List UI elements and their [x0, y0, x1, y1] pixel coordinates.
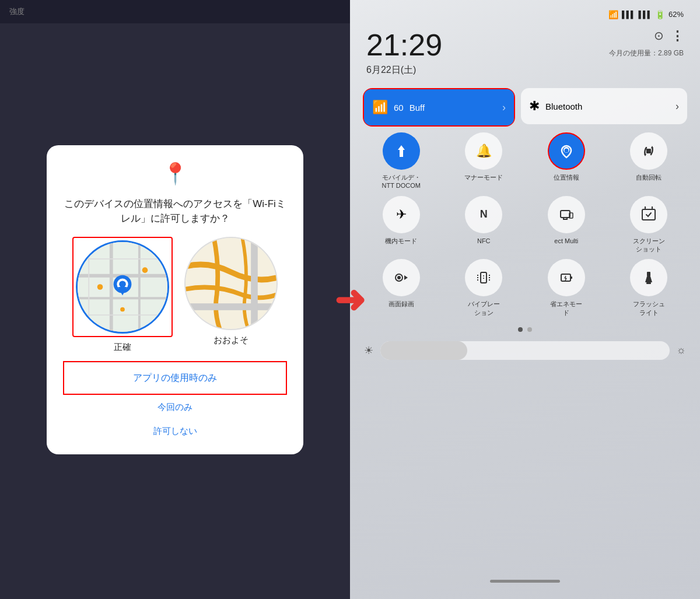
vibration-label: バイブレーション: [468, 300, 500, 317]
bottom-indicator: [362, 580, 688, 587]
left-panel: 強度 📍 このデバイスの位置情報へのアクセスを「Wi-Fiミレル」に許可しますか…: [0, 0, 350, 599]
brightness-slider[interactable]: [380, 341, 670, 360]
mobile-data-label: モバイルデ・NTT DOCOM: [382, 173, 421, 190]
clock-action-icons: ⊙ ⋮: [654, 29, 684, 44]
usage-label: 今月の使用量：2.89 GB: [609, 48, 684, 58]
wifi-tile-signal: 60: [394, 103, 404, 113]
brightness-fill: [380, 341, 467, 360]
manner-mode-label: マナーモード: [464, 173, 503, 181]
brightness-auto-icon[interactable]: ☼: [677, 344, 687, 356]
screenshot-icon: [630, 196, 667, 233]
accurate-label: 正確: [114, 342, 131, 353]
wifi-tile[interactable]: 📶 60 Buff ›: [364, 89, 514, 125]
wifi-status-icon: 📶: [608, 10, 618, 19]
status-icons: 📶 ▌▌▌ ▌▌▌ 🔋 62%: [608, 10, 684, 19]
location-icon: 📍: [162, 162, 188, 186]
approximate-label: おおよそ: [214, 335, 249, 346]
mobile-data-icon: [383, 132, 420, 170]
only-this-time-button[interactable]: 今回のみ: [152, 396, 198, 419]
wifi-tile-chevron: ›: [502, 101, 506, 114]
dot-2: [527, 327, 532, 332]
allow-while-using-button[interactable]: アプリの使用時のみ: [64, 362, 286, 394]
screenshot-tile[interactable]: スクリーンショット: [611, 196, 688, 254]
svg-rect-26: [642, 209, 655, 220]
flashlight-label: フラッシュライト: [633, 300, 665, 317]
accurate-map-circle: [76, 240, 169, 334]
dialog-title: このデバイスの位置情報へのアクセスを「Wi-Fiミレル」に許可しますか？: [63, 197, 287, 226]
svg-marker-31: [404, 275, 408, 280]
screen-record-tile[interactable]: 画面録画: [363, 259, 440, 317]
location-tile-icon: [548, 132, 585, 170]
tiles-grid: モバイルデ・NTT DOCOM 🔔 マナーモード 位置情報: [362, 132, 688, 317]
screen-cast-tile[interactable]: ect Multi: [528, 196, 605, 254]
vibration-icon: [465, 259, 502, 296]
nfc-label: NFC: [477, 237, 491, 245]
bluetooth-label: Bluetooth: [545, 101, 582, 111]
right-panel: 📶 ▌▌▌ ▌▌▌ 🔋 62% 21:29 6月22日(土) ⊙ ⋮ 今月の使用…: [350, 0, 700, 599]
screenshot-label: スクリーンショット: [633, 237, 665, 254]
power-save-icon: [548, 259, 585, 296]
wifi-tile-left: 📶 60 Buff: [372, 100, 425, 115]
flashlight-tile[interactable]: フラッシュライト: [611, 259, 688, 317]
nfc-icon: N: [465, 196, 502, 233]
primary-btn-highlight: アプリの使用時のみ: [63, 361, 287, 395]
power-save-label: 省エネモード: [550, 300, 582, 317]
manner-mode-icon: 🔔: [465, 132, 502, 170]
screen-record-label: 画面録画: [388, 300, 414, 308]
screen-record-icon: [383, 259, 420, 296]
approximate-map-circle: [184, 237, 278, 330]
nfc-tile[interactable]: N NFC: [446, 196, 523, 254]
top-bar-text: 強度: [9, 6, 24, 17]
location-label: 位置情報: [554, 173, 579, 181]
quick-tiles-row: 📶 60 Buff › ✱ Bluetooth ›: [362, 88, 688, 127]
svg-rect-24: [564, 218, 567, 219]
battery-icon: 🔋: [655, 10, 665, 19]
bluetooth-icon: ✱: [529, 99, 540, 114]
svg-rect-23: [561, 211, 570, 218]
map-option-accurate[interactable]: 正確: [72, 237, 173, 353]
power-save-tile[interactable]: 省エネモード: [528, 259, 605, 317]
manner-mode-tile[interactable]: 🔔 マナーモード: [446, 132, 523, 190]
signal-bars-2-icon: ▌▌▌: [638, 10, 652, 19]
location-tile[interactable]: 位置情報: [528, 132, 605, 190]
status-bar: 📶 ▌▌▌ ▌▌▌ 🔋 62%: [362, 7, 688, 22]
bluetooth-tile[interactable]: ✱ Bluetooth ›: [521, 88, 687, 124]
brightness-low-icon: ☀: [364, 344, 373, 357]
auto-rotate-tile[interactable]: 自動回転: [611, 132, 688, 190]
svg-rect-45: [647, 272, 650, 276]
more-options-icon[interactable]: ⋮: [671, 29, 684, 44]
map-options: 正確 おおよそ: [63, 237, 287, 353]
svg-point-19: [564, 149, 568, 153]
status-left: [366, 9, 373, 19]
svg-marker-21: [651, 146, 653, 148]
top-bar: 強度: [0, 0, 350, 23]
map-option-approximate[interactable]: おおよそ: [184, 237, 278, 353]
svg-rect-17: [251, 238, 258, 329]
pagination-dots: [362, 327, 688, 332]
wifi-tile-icon: 📶: [372, 100, 388, 115]
svg-rect-15: [186, 238, 276, 329]
signal-bars-icon: ▌▌▌: [622, 10, 635, 19]
svg-marker-22: [644, 154, 646, 156]
airplane-mode-icon: ✈: [383, 196, 420, 233]
button-section: アプリの使用時のみ 今回のみ 許可しない: [63, 361, 287, 443]
wifi-tile-highlight: 📶 60 Buff ›: [363, 88, 515, 127]
vibration-tile[interactable]: バイブレーション: [446, 259, 523, 317]
svg-point-13: [119, 281, 126, 288]
svg-point-8: [97, 284, 103, 290]
clock-left: 21:29 6月22日(土): [366, 29, 442, 76]
battery-percent: 62%: [668, 10, 684, 19]
auto-rotate-icon: [630, 132, 667, 170]
home-indicator-bar: [490, 580, 560, 583]
flashlight-icon: [630, 259, 667, 296]
svg-rect-20: [646, 149, 651, 153]
svg-point-10: [120, 307, 125, 311]
clock-section: 21:29 6月22日(土) ⊙ ⋮ 今月の使用量：2.89 GB: [362, 26, 688, 79]
dot-1: [518, 327, 523, 332]
mobile-data-tile[interactable]: モバイルデ・NTT DOCOM: [363, 132, 440, 190]
deny-button[interactable]: 許可しない: [148, 420, 203, 443]
svg-rect-46: [646, 282, 651, 284]
airplane-mode-tile[interactable]: ✈ 機内モード: [363, 196, 440, 254]
settings-icon[interactable]: ⊙: [654, 29, 664, 44]
svg-rect-16: [186, 303, 276, 310]
